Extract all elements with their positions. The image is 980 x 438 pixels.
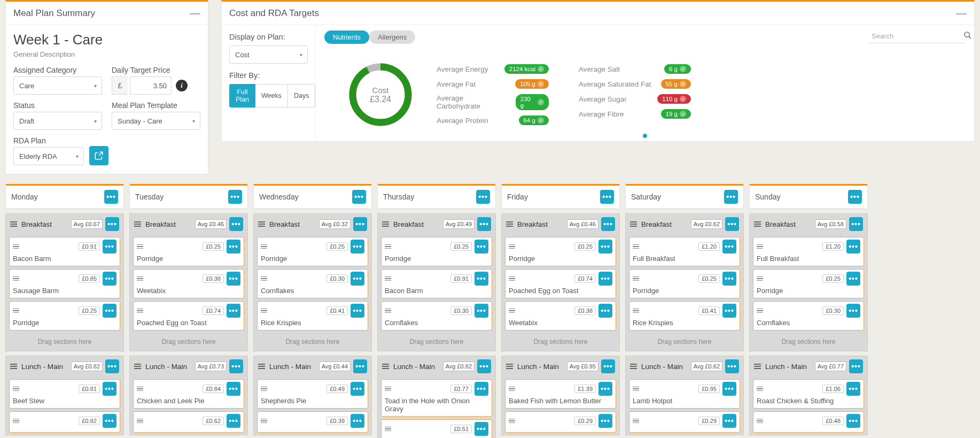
more-button[interactable]: ••• [846, 382, 860, 396]
drag-handle-icon[interactable] [137, 387, 143, 391]
recipe-card[interactable]: £0.38•••Weetabix [505, 301, 616, 331]
recipe-card[interactable]: £0.84•••Chicken and Leek Pie [133, 379, 244, 409]
more-button[interactable]: ••• [598, 414, 612, 428]
filter-full-plan[interactable]: Full Plan [229, 84, 255, 107]
drag-handle-icon[interactable] [13, 419, 19, 424]
more-button[interactable]: ••• [103, 272, 116, 286]
recipe-card[interactable]: £1.20•••Full Breakfast [629, 237, 740, 266]
carousel-dot[interactable] [643, 134, 647, 138]
drag-handle-icon[interactable] [385, 427, 391, 432]
drag-handle-icon[interactable] [258, 364, 265, 369]
drag-handle-icon[interactable] [509, 276, 515, 281]
drop-zone[interactable]: Drag sections here [378, 333, 495, 351]
more-button[interactable]: ••• [104, 190, 118, 204]
more-button[interactable]: ••• [229, 359, 243, 373]
more-button[interactable]: ••• [601, 217, 615, 231]
drop-zone[interactable]: Drag sections here [502, 333, 619, 351]
recipe-card[interactable]: £0.41•••Rice Krispies [629, 301, 740, 331]
recipe-card[interactable]: £0.48••• [753, 411, 864, 433]
drag-handle-icon[interactable] [633, 419, 639, 424]
display-select[interactable] [229, 45, 308, 64]
drag-handle-icon[interactable] [261, 276, 267, 281]
recipe-card[interactable]: £0.25•••Porridge [505, 237, 616, 266]
open-rda-button[interactable] [89, 146, 108, 165]
more-button[interactable]: ••• [475, 304, 488, 318]
drag-handle-icon[interactable] [13, 244, 19, 249]
more-button[interactable]: ••• [722, 414, 736, 428]
drag-handle-icon[interactable] [137, 276, 143, 281]
drag-handle-icon[interactable] [633, 309, 639, 313]
recipe-card[interactable]: £0.51••• [381, 419, 492, 438]
more-button[interactable]: ••• [103, 382, 116, 396]
drag-handle-icon[interactable] [385, 387, 391, 391]
drag-handle-icon[interactable] [385, 309, 391, 313]
more-button[interactable]: ••• [477, 359, 491, 373]
drag-handle-icon[interactable] [754, 221, 761, 227]
recipe-card[interactable]: £0.30•••Cornflakes [381, 301, 492, 331]
tab-nutrients[interactable]: Nutrients [324, 30, 369, 44]
drag-handle-icon[interactable] [630, 364, 637, 369]
target-price-input[interactable] [130, 76, 172, 95]
more-button[interactable]: ••• [724, 190, 738, 204]
more-button[interactable]: ••• [227, 304, 240, 318]
recipe-card[interactable]: £0.25•••Porridge [381, 237, 492, 266]
more-button[interactable]: ••• [846, 272, 860, 286]
recipe-card[interactable]: £1.20•••Full Breakfast [753, 237, 864, 266]
drag-handle-icon[interactable] [10, 221, 17, 227]
more-button[interactable]: ••• [475, 382, 488, 396]
drag-handle-icon[interactable] [506, 364, 513, 369]
more-button[interactable]: ••• [601, 359, 615, 373]
more-button[interactable]: ••• [105, 217, 119, 231]
more-button[interactable]: ••• [722, 272, 736, 286]
drag-handle-icon[interactable] [757, 244, 763, 249]
more-button[interactable]: ••• [477, 217, 491, 231]
recipe-card[interactable]: £0.91•••Bacon Barm [381, 269, 492, 298]
drag-handle-icon[interactable] [385, 244, 391, 249]
drag-handle-icon[interactable] [757, 419, 763, 424]
recipe-card[interactable]: £0.29••• [505, 411, 616, 433]
drag-handle-icon[interactable] [261, 387, 267, 391]
drag-handle-icon[interactable] [385, 276, 391, 281]
drag-handle-icon[interactable] [258, 221, 265, 227]
search-field[interactable] [869, 29, 966, 43]
drag-handle-icon[interactable] [509, 244, 515, 249]
drag-handle-icon[interactable] [137, 309, 143, 313]
more-button[interactable]: ••• [598, 304, 612, 318]
recipe-card[interactable]: £0.77•••Toad in the Hole with Onion Grav… [381, 379, 492, 417]
more-button[interactable]: ••• [351, 240, 364, 253]
more-button[interactable]: ••• [722, 304, 736, 318]
more-button[interactable]: ••• [227, 272, 240, 286]
more-button[interactable]: ••• [353, 359, 367, 373]
drop-zone[interactable]: Drag sections here [750, 333, 867, 351]
recipe-card[interactable]: £0.39••• [257, 411, 368, 433]
recipe-card[interactable]: £0.38•••Weetabix [133, 269, 244, 298]
more-button[interactable]: ••• [353, 217, 367, 231]
more-button[interactable]: ••• [846, 240, 860, 253]
more-button[interactable]: ••• [849, 217, 863, 231]
recipe-card[interactable]: £0.30•••Cornflakes [753, 301, 864, 331]
drag-handle-icon[interactable] [506, 221, 513, 227]
drag-handle-icon[interactable] [757, 276, 763, 281]
drag-handle-icon[interactable] [261, 244, 267, 249]
drag-handle-icon[interactable] [509, 309, 515, 313]
info-icon[interactable]: i [176, 80, 188, 91]
drag-handle-icon[interactable] [509, 419, 515, 424]
recipe-card[interactable]: £0.74•••Poached Egg on Toast [505, 269, 616, 298]
drop-zone[interactable]: Drag sections here [626, 333, 743, 351]
more-button[interactable]: ••• [228, 190, 242, 204]
recipe-card[interactable]: £0.95•••Lamb Hotpot [629, 379, 740, 409]
drag-handle-icon[interactable] [757, 387, 763, 391]
more-button[interactable]: ••• [598, 240, 612, 253]
drag-handle-icon[interactable] [633, 387, 639, 391]
status-select[interactable] [13, 112, 102, 130]
more-button[interactable]: ••• [351, 414, 364, 428]
drag-handle-icon[interactable] [382, 364, 389, 369]
more-button[interactable]: ••• [475, 240, 488, 253]
more-button[interactable]: ••• [476, 190, 490, 204]
more-button[interactable]: ••• [725, 217, 739, 231]
more-button[interactable]: ••• [598, 272, 612, 286]
drag-handle-icon[interactable] [137, 244, 143, 249]
recipe-card[interactable]: £0.29••• [629, 411, 740, 433]
drag-handle-icon[interactable] [10, 364, 17, 369]
category-select[interactable] [13, 76, 102, 95]
